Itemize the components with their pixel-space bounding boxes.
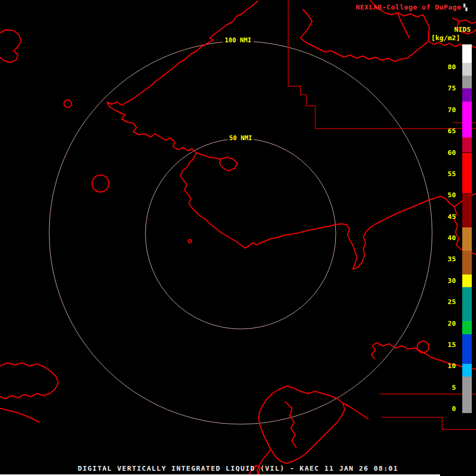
- colorbar-swatches: [462, 44, 472, 413]
- colorbar-segment: [462, 364, 472, 377]
- range-rings: [49, 41, 432, 424]
- county-boundary: [382, 417, 476, 429]
- colorbar-tick-label: 45: [447, 212, 456, 222]
- product-title: DIGITAL VERTICALLY INTEGRATED LIQUID (VI…: [0, 464, 476, 472]
- colorbar-tick-label: 60: [447, 148, 456, 158]
- coastline-southwest-line: [0, 408, 39, 422]
- coastline-inner-loop: [196, 153, 237, 171]
- colorbar-tick-label: 25: [447, 297, 456, 307]
- coastline-main: [107, 1, 476, 269]
- island-ring-east: [417, 341, 429, 353]
- island-ring-small: [64, 100, 71, 107]
- colorbar-tick-label: 65: [447, 126, 456, 136]
- colorbar-tick-label: 50: [447, 190, 456, 200]
- colorbar-segment: [462, 193, 472, 227]
- colorbar-tick-label: 40: [447, 233, 456, 243]
- colorbar-tick-label: 30: [447, 276, 456, 286]
- colorbar-segment: [462, 334, 472, 364]
- coastline-east-zigzag: [371, 343, 377, 359]
- coastline-southwest-peninsula: [0, 363, 58, 399]
- colorbar-segment: [462, 227, 472, 251]
- island-dot-center: [188, 240, 191, 243]
- radar-map: [0, 0, 476, 476]
- colorbar-segment: [462, 274, 472, 287]
- nexlab-logo-icon: ▚: [463, 4, 468, 11]
- coastline-south-island: [259, 386, 345, 463]
- outer-ring-label: 100 NMI: [223, 36, 253, 44]
- colorbar-tick-label: 70: [447, 105, 456, 115]
- colorbar-tick-label: 0: [452, 404, 456, 414]
- colorbar-segment: [462, 138, 472, 152]
- colorbar-tick-label: 55: [447, 169, 456, 179]
- radar-viewport: 100 NMI 50 NMI NEXLAB-College of DuPage▚…: [0, 0, 476, 476]
- colorbar-segment: [462, 102, 472, 138]
- colorbar-tick-label: 15: [447, 340, 456, 350]
- colorbar-segment: [462, 44, 472, 63]
- colorbar-segment: [462, 88, 472, 101]
- colorbar-segment: [462, 377, 472, 413]
- colorbar-tick-label: 20: [447, 319, 456, 328]
- colorbar-tick-label: 5: [452, 383, 456, 392]
- island-ring-west: [92, 175, 109, 192]
- colorbar-tick-label: 35: [447, 254, 456, 264]
- colorbar-tick-label: 10: [447, 361, 456, 371]
- colorbar-segment: [462, 287, 472, 322]
- colorbar-tick-label: 80: [447, 62, 456, 72]
- colorbar-tick-label: 75: [447, 84, 456, 93]
- colorbar-segment: [462, 63, 472, 76]
- colorbar-segment: [462, 251, 472, 274]
- range-ring-50nmi: [145, 139, 336, 329]
- coastline-south-east-line: [343, 403, 368, 419]
- range-ring-100nmi: [49, 41, 432, 424]
- coastline-south-island-detail: [286, 402, 296, 447]
- colorbar-segment: [462, 153, 472, 194]
- coastline-east-middle: [377, 343, 476, 369]
- colorbar-segment: [462, 321, 472, 334]
- inner-ring-label: 50 NMI: [227, 134, 253, 142]
- colorbar-segment: [462, 76, 472, 88]
- colorbar-ticks: 80757065605550454035302520151050: [438, 0, 456, 476]
- colorbar-title: NIDS: [454, 25, 471, 33]
- coastlines: [0, 0, 476, 475]
- coastline-northwest-island: [0, 30, 21, 62]
